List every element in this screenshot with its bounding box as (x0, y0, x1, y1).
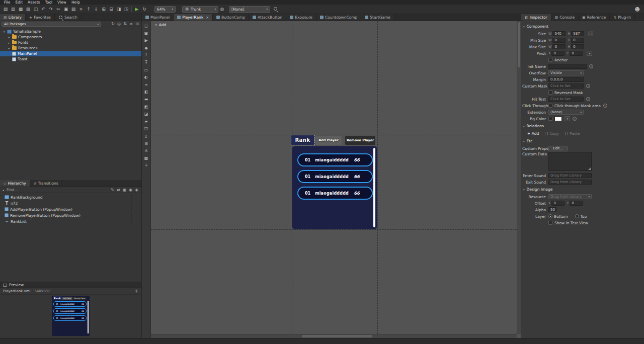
hierarchy-item-n72[interactable]: n72 (0, 200, 141, 206)
stage-add-player-button[interactable]: Add Player (315, 136, 342, 145)
duplicate-icon[interactable]: ▣ (122, 187, 127, 193)
move-down-icon[interactable]: ↓ (93, 6, 100, 13)
globe-icon[interactable]: ◍ (219, 7, 225, 12)
expand-arrow-icon[interactable] (8, 41, 11, 44)
ungroup-icon[interactable]: ⊟ (108, 6, 115, 13)
list-view-icon[interactable]: ≡ (128, 21, 134, 27)
edit-icon[interactable]: ✎ (110, 187, 115, 193)
canvas-tool-icon[interactable]: ▩ (143, 155, 149, 161)
stage-rank-entry[interactable]: 01 miaogaiddddd 66 (297, 187, 373, 200)
info-icon[interactable] (589, 64, 593, 68)
expand-arrow-icon[interactable] (8, 47, 11, 50)
hierarchy-item-addplayerbutton[interactable]: AddPlayerButton (PopupWindow) (0, 206, 141, 212)
custom-data-textarea[interactable] (548, 152, 592, 171)
stage-rank-entry[interactable]: 01 miaogaiddddd 66 (297, 170, 373, 183)
target-dropdown[interactable]: [None] (229, 6, 270, 13)
scrollbar-thumb[interactable] (302, 335, 372, 337)
visibility-toggle[interactable] (131, 219, 136, 223)
save-icon[interactable]: ▦ (17, 6, 24, 13)
lock-toggle[interactable] (136, 207, 140, 211)
visibility-toggle[interactable] (131, 213, 136, 217)
link-icon[interactable]: ⇄ (116, 187, 121, 193)
library-item-resources[interactable]: Resources (0, 45, 141, 51)
project-settings-icon[interactable]: ◫ (32, 6, 39, 13)
copy-relations-button[interactable]: Copy (545, 131, 559, 136)
find-input[interactable]: Find... (7, 188, 18, 192)
combobox-tool-icon[interactable]: ◩ (143, 104, 149, 110)
custom-mask-button[interactable]: Click to Set (548, 83, 584, 89)
play-icon[interactable]: ▶ (133, 7, 140, 12)
gear-icon[interactable]: ☼ (134, 289, 138, 294)
stage-rank-entry[interactable]: 01 miaogaiddddd 66 (297, 153, 373, 166)
info-icon[interactable] (586, 84, 590, 88)
anchor-checkbox[interactable] (548, 58, 552, 62)
lock-toggle[interactable] (136, 195, 140, 199)
graph-tool-icon[interactable]: ◆ (143, 45, 149, 51)
hierarchy-item-rankbackground[interactable]: RankBackground (0, 194, 141, 200)
tab-transitions[interactable]: ⇄Transitions (30, 180, 62, 187)
zoom-dropdown[interactable]: 64% (154, 6, 176, 13)
replay-icon[interactable]: ↻ (141, 7, 148, 12)
enter-sound-field[interactable]: Drag from Library (548, 173, 592, 178)
canvas-horizontal-scrollbar[interactable] (151, 334, 517, 338)
move-up-icon[interactable]: ↑ (85, 6, 92, 13)
tab-inspector[interactable]: ◧Inspector (521, 14, 551, 21)
hierarchy-item-removeplayerbutton[interactable]: RemovePlayerButton (PopupWindow) (0, 212, 141, 218)
bg-color-checkbox[interactable] (548, 117, 552, 121)
add-relation-button[interactable]: + Add (527, 131, 539, 136)
extension-select[interactable]: (None) (548, 110, 584, 115)
tab-favorites[interactable]: ★Favorites (26, 14, 55, 21)
group-icon[interactable]: ⊞ (100, 6, 107, 13)
tree-tool-icon[interactable]: ⋔ (143, 148, 149, 153)
resource-field[interactable]: Drag from Library (548, 194, 592, 199)
alpha-input[interactable]: 50 (548, 207, 556, 212)
undo-icon[interactable]: ↶ (40, 6, 47, 13)
min-width-input[interactable]: 0 (552, 38, 566, 43)
account-icon[interactable]: ☻ (635, 7, 640, 12)
visibility-icon[interactable]: ◉ (128, 187, 133, 193)
library-item-mainpanel[interactable]: MainPanel (0, 51, 141, 56)
stage-rank-background[interactable]: 01 miaogaiddddd 66 01 miaogaiddddd 66 01… (292, 146, 377, 229)
pivot-y-input[interactable]: 0 (570, 51, 583, 56)
open-project-icon[interactable]: ▥ (10, 6, 17, 13)
lock-toggle[interactable] (136, 201, 140, 205)
color-swatch[interactable] (554, 117, 562, 121)
redo-icon[interactable]: ↷ (47, 6, 54, 13)
copy-icon[interactable]: ▣ (62, 6, 69, 13)
menu-tool[interactable]: Tool (43, 0, 55, 5)
menu-view[interactable]: View (55, 0, 69, 5)
packages-dropdown[interactable]: All Packages (2, 22, 101, 27)
exit-sound-field[interactable]: Drag from Library (548, 180, 592, 185)
expand-arrow-icon[interactable] (8, 36, 11, 39)
color-dropdown[interactable] (565, 116, 570, 121)
progressbar-tool-icon[interactable]: ▰ (143, 119, 149, 124)
delete-icon[interactable]: × (77, 6, 85, 13)
info-icon[interactable] (603, 104, 607, 108)
scrollbar-tool-icon[interactable]: ▯ (143, 133, 149, 139)
library-item-yahahasample[interactable]: YahahaSample (0, 29, 141, 34)
preview-header[interactable]: Preview (0, 282, 141, 288)
reversed-mask-checkbox[interactable] (548, 91, 552, 95)
pivot-x-input[interactable]: 0 (551, 51, 565, 56)
size-height-input[interactable]: 587 (571, 31, 584, 36)
tab-reference[interactable]: ▣Reference (579, 14, 610, 21)
text-tool-icon[interactable]: T (143, 52, 149, 58)
inputtext-tool-icon[interactable]: ▭ (143, 67, 149, 73)
offset-x-input[interactable]: 0 (551, 201, 565, 206)
margin-input[interactable]: 0,0,0,0 (548, 77, 584, 82)
edit-custom-props-button[interactable]: Edit... (548, 146, 568, 151)
tab-console[interactable]: ▤Console (551, 14, 579, 21)
min-height-input[interactable]: 0 (571, 38, 584, 43)
section-relations[interactable]: Relations (523, 123, 642, 129)
close-tab-icon[interactable] (206, 16, 209, 20)
visibility-toggle[interactable] (131, 201, 136, 205)
list-tool-icon[interactable]: ≡ (143, 82, 149, 88)
locate-icon[interactable]: ◎ (116, 21, 122, 27)
guide-tool-icon[interactable]: + (143, 162, 149, 168)
component-tool-icon[interactable]: ◧ (143, 89, 149, 95)
layer-top-radio[interactable]: Top (575, 214, 587, 219)
list-scrollbar[interactable] (373, 148, 375, 227)
lock-toggle[interactable] (136, 213, 140, 217)
paste-relations-button[interactable]: Paste (565, 131, 580, 136)
loader-tool-icon[interactable]: ◐ (143, 74, 149, 80)
